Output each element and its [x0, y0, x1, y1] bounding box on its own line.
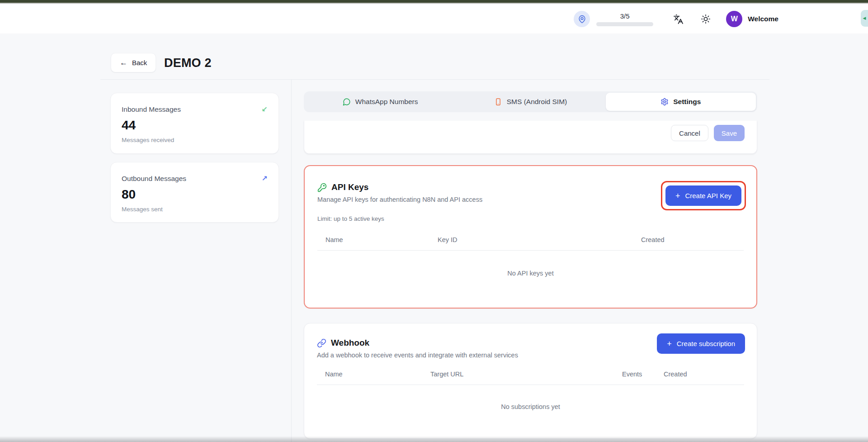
column-header-name: Name	[325, 371, 430, 378]
usage-progress-bar	[596, 22, 653, 26]
table-header-divider	[317, 250, 744, 251]
panel-title: Webhook	[331, 338, 369, 348]
stat-value: 80	[122, 187, 268, 202]
app-header: 3/5 W Welcome	[0, 5, 868, 33]
column-header-events: Events	[622, 371, 664, 378]
column-header-created: Created	[641, 236, 736, 243]
key-icon	[317, 183, 327, 192]
tab-label: Settings	[673, 98, 701, 106]
title-divider	[100, 79, 769, 80]
tab-label: WhatsApp Numbers	[355, 98, 418, 106]
create-subscription-label: Create subscription	[677, 340, 735, 347]
usage-widget: 3/5	[574, 11, 653, 27]
back-button-label: Back	[132, 59, 147, 67]
link-icon	[317, 338, 326, 348]
table-header-divider	[317, 385, 744, 385]
create-subscription-button[interactable]: + Create subscription	[657, 333, 745, 354]
inbound-arrow-icon: ↙	[262, 105, 268, 114]
column-header-name: Name	[326, 236, 438, 243]
api-keys-panel: API Keys Manage API keys for authenticat…	[304, 165, 757, 309]
api-keys-empty-state: No API keys yet	[317, 270, 744, 277]
panel-title: API Keys	[331, 182, 368, 192]
column-header-key-id: Key ID	[438, 236, 641, 243]
vertical-divider	[291, 80, 292, 442]
stat-caption: Messages sent	[122, 206, 268, 213]
avatar[interactable]: W	[726, 11, 742, 27]
stat-caption: Messages received	[122, 137, 268, 143]
translate-icon[interactable]	[673, 14, 684, 24]
back-button[interactable]: ← Back	[111, 53, 156, 72]
plus-icon: +	[667, 340, 672, 348]
whatsapp-chat-icon	[343, 98, 351, 106]
page-title: DEMO 2	[164, 56, 212, 70]
cancel-button[interactable]: Cancel	[671, 125, 708, 141]
column-header-created: Created	[664, 371, 736, 378]
gear-icon	[660, 98, 669, 106]
side-panel-collapse-toggle[interactable]: ◀	[861, 10, 868, 27]
tab-settings[interactable]: Settings	[606, 93, 756, 111]
greeting-label: Welcome	[748, 15, 778, 23]
create-api-key-button[interactable]: + Create API Key	[665, 185, 741, 206]
outbound-arrow-icon: ↗	[262, 174, 268, 183]
tab-whatsapp-numbers[interactable]: WhatsApp Numbers	[305, 93, 455, 111]
create-api-key-label: Create API Key	[685, 192, 731, 200]
plus-icon: +	[675, 192, 680, 200]
stat-value: 44	[122, 118, 268, 133]
outbound-messages-card: Outbound Messages ↗ 80 Messages sent	[110, 162, 279, 223]
annotation-highlight-ring: + Create API Key	[661, 181, 746, 210]
webhook-panel: Webhook Add a webhook to receive events …	[304, 323, 757, 439]
api-keys-table-header: Name Key ID Created	[317, 236, 744, 243]
webhook-table-header: Name Target URL Events Created	[317, 371, 744, 378]
webhook-empty-state: No subscriptions yet	[317, 403, 744, 410]
stat-label: Inbound Messages	[122, 105, 181, 114]
stat-label: Outbound Messages	[122, 175, 186, 183]
smartphone-icon	[494, 98, 502, 106]
column-header-target-url: Target URL	[430, 371, 622, 378]
save-button[interactable]: Save	[714, 125, 745, 141]
tabbar: WhatsApp Numbers SMS (Android SIM) Setti…	[304, 91, 757, 112]
settings-form-actions-card: Cancel Save	[304, 121, 757, 154]
light-mode-sun-icon[interactable]	[701, 14, 711, 24]
back-arrow-icon: ←	[120, 58, 127, 67]
tab-sms-android-sim[interactable]: SMS (Android SIM)	[455, 93, 605, 111]
api-keys-limit-note: Limit: up to 5 active keys	[317, 215, 744, 222]
inbound-messages-card: Inbound Messages ↙ 44 Messages received	[110, 93, 279, 154]
browser-top-accent-bar	[0, 0, 868, 4]
screen: 3/5 W Welcome ◀	[0, 0, 868, 442]
usage-count-label: 3/5	[620, 12, 630, 20]
location-pin-icon[interactable]	[574, 11, 590, 27]
tab-label: SMS (Android SIM)	[507, 98, 567, 106]
collapse-arrow-icon: ◀	[863, 16, 866, 20]
